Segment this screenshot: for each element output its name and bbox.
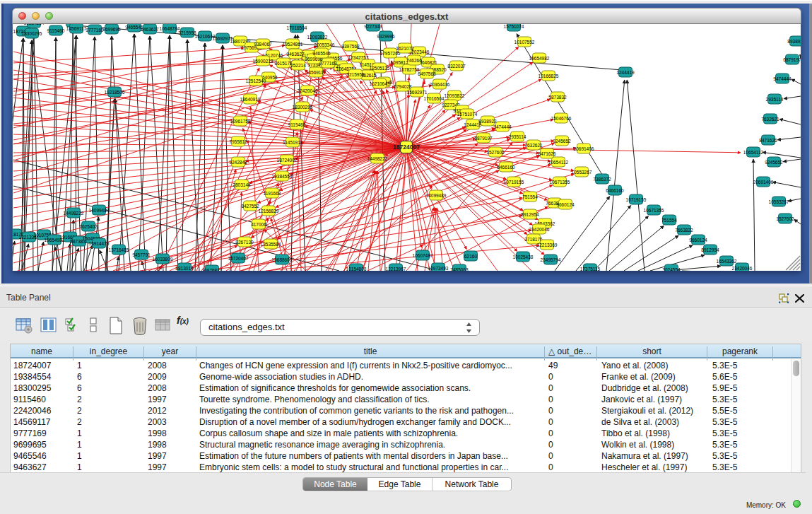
- svg-text:14569117: 14569117: [306, 70, 326, 75]
- svg-text:10654112: 10654112: [548, 160, 569, 165]
- svg-text:10719155: 10719155: [626, 197, 647, 202]
- svg-text:6879197: 6879197: [474, 136, 493, 141]
- svg-text:9329996: 9329996: [377, 34, 395, 39]
- svg-text:7955812: 7955812: [229, 139, 247, 144]
- svg-text:1621072: 1621072: [396, 46, 414, 51]
- svg-text:2718176: 2718176: [524, 237, 543, 242]
- svg-text:23420046: 23420046: [732, 266, 753, 271]
- svg-text:9115460: 9115460: [288, 122, 306, 127]
- svg-text:18300295: 18300295: [293, 105, 313, 110]
- svg-text:18640910: 18640910: [240, 97, 261, 102]
- svg-text:10671355: 10671355: [644, 208, 664, 213]
- svg-text:19524861: 19524861: [283, 42, 303, 47]
- svg-text:18724007: 18724007: [277, 158, 298, 163]
- svg-text:8813014: 8813014: [175, 266, 194, 271]
- svg-text:12093822: 12093822: [307, 35, 328, 40]
- svg-text:9384067: 9384067: [254, 42, 272, 47]
- svg-text:9646821: 9646821: [419, 60, 437, 65]
- svg-text:20691406: 20691406: [574, 146, 594, 151]
- svg-text:746266: 746266: [406, 58, 422, 63]
- svg-text:8471626: 8471626: [759, 138, 777, 143]
- svg-text:16782759: 16782759: [399, 67, 420, 72]
- svg-text:1527602: 1527602: [776, 216, 794, 221]
- svg-text:16210643: 16210643: [370, 81, 390, 86]
- svg-text:19218506: 19218506: [105, 90, 125, 95]
- svg-text:62160: 62160: [464, 254, 477, 259]
- svg-text:6879197: 6879197: [783, 57, 801, 62]
- svg-text:19654982: 19654982: [529, 56, 550, 61]
- svg-text:12213967: 12213967: [386, 267, 406, 271]
- svg-text:6466160: 6466160: [606, 188, 624, 193]
- svg-text:17375115: 17375115: [580, 267, 601, 271]
- svg-text:19166825: 19166825: [539, 74, 559, 78]
- svg-text:14498222: 14498222: [367, 156, 388, 161]
- svg-text:17957265: 17957265: [380, 51, 401, 56]
- svg-text:8938923: 8938923: [787, 39, 801, 44]
- svg-text:15046766: 15046766: [551, 116, 572, 121]
- svg-text:15900213: 15900213: [253, 59, 273, 64]
- svg-text:10025438: 10025438: [513, 255, 534, 259]
- svg-text:6794028: 6794028: [394, 84, 412, 89]
- svg-text:8471626: 8471626: [538, 151, 556, 156]
- svg-text:9245652: 9245652: [765, 160, 783, 165]
- svg-text:8322037: 8322037: [447, 64, 466, 69]
- svg-text:15751074: 15751074: [504, 24, 524, 29]
- svg-text:8938923: 8938923: [478, 119, 497, 124]
- svg-text:2935114: 2935114: [509, 134, 526, 139]
- svg-text:10553267: 10553267: [572, 170, 592, 175]
- svg-text:9245652: 9245652: [553, 139, 571, 144]
- svg-text:9457791: 9457791: [132, 252, 151, 257]
- svg-text:6466160: 6466160: [497, 165, 515, 170]
- svg-text:9463627: 9463627: [286, 52, 305, 57]
- svg-text:19384554: 19384554: [24, 24, 45, 25]
- svg-text:9227343: 9227343: [364, 24, 382, 29]
- svg-text:23495794: 23495794: [541, 257, 561, 262]
- svg-text:14099489: 14099489: [426, 193, 447, 198]
- svg-text:19384554: 19384554: [272, 174, 293, 179]
- svg-text:10973493: 10973493: [428, 266, 449, 271]
- svg-text:8267130: 8267130: [235, 240, 254, 245]
- svg-text:7663822: 7663822: [675, 228, 693, 233]
- svg-text:10961758: 10961758: [230, 119, 251, 124]
- svg-text:7485063: 7485063: [450, 267, 469, 271]
- svg-text:15751074: 15751074: [457, 112, 478, 117]
- svg-text:8912954: 8912954: [701, 247, 719, 252]
- svg-text:10688609: 10688609: [272, 257, 293, 262]
- svg-text:9465546: 9465546: [312, 51, 331, 56]
- svg-text:2803144: 2803144: [233, 182, 251, 187]
- svg-text:2935114: 2935114: [766, 97, 784, 102]
- svg-text:9777169: 9777169: [319, 61, 337, 66]
- svg-text:9397568: 9397568: [341, 44, 360, 49]
- svg-text:9463627: 9463627: [141, 27, 159, 32]
- svg-text:20691406: 20691406: [753, 180, 774, 185]
- svg-text:13535584: 13535584: [261, 242, 281, 247]
- svg-text:23420046: 23420046: [529, 227, 550, 232]
- svg-text:5873832: 5873832: [548, 95, 567, 100]
- svg-text:10107552: 10107552: [514, 40, 535, 45]
- svg-text:13716485: 13716485: [109, 247, 129, 252]
- svg-text:12505135: 12505135: [370, 66, 390, 71]
- svg-text:7625402: 7625402: [79, 224, 98, 229]
- svg-text:15720407: 15720407: [228, 256, 249, 261]
- svg-text:12156829: 12156829: [259, 209, 279, 214]
- svg-text:10553267: 10553267: [769, 199, 789, 204]
- svg-text:17016504: 17016504: [287, 25, 307, 30]
- svg-text:3215958: 3215958: [178, 30, 196, 35]
- svg-text:7632621: 7632621: [761, 117, 779, 122]
- svg-text:20053346: 20053346: [314, 42, 335, 47]
- svg-text:10654112: 10654112: [743, 150, 764, 155]
- svg-text:20876812: 20876812: [202, 268, 223, 271]
- svg-text:1527602: 1527602: [486, 150, 505, 155]
- svg-text:10607487: 10607487: [413, 253, 433, 258]
- svg-text:9474444: 9474444: [773, 76, 792, 81]
- svg-text:9242848: 9242848: [229, 160, 247, 165]
- svg-text:10719155: 10719155: [504, 180, 524, 185]
- svg-text:14569117: 14569117: [66, 26, 87, 31]
- svg-text:12213369: 12213369: [537, 243, 558, 247]
- svg-text:9115460: 9115460: [47, 28, 65, 33]
- svg-text:15692971: 15692971: [407, 90, 428, 95]
- svg-text:9699695: 9699695: [102, 27, 121, 32]
- svg-text:6497568: 6497568: [418, 71, 436, 76]
- svg-text:16914479: 16914479: [89, 241, 110, 246]
- svg-text:9660124: 9660124: [689, 238, 707, 243]
